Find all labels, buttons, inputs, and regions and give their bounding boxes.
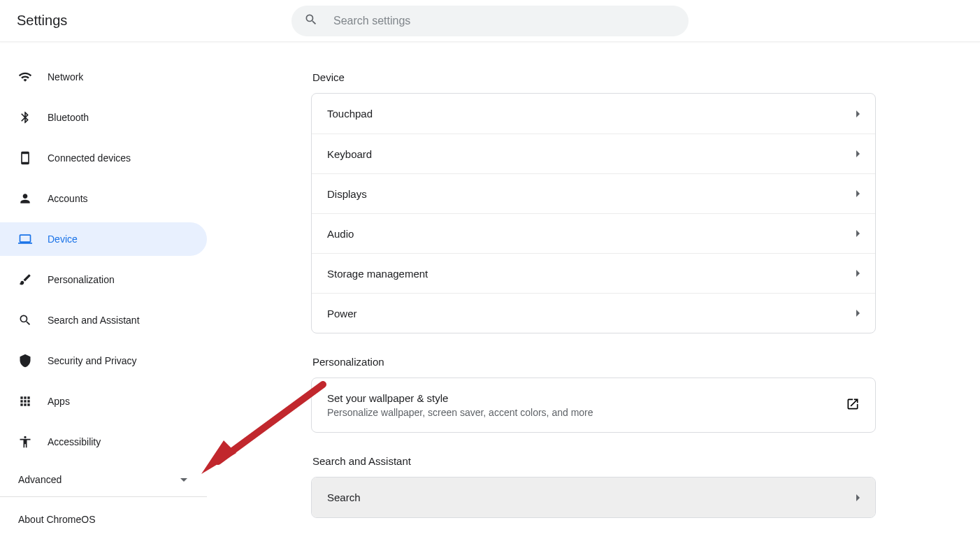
row-secondary: Personalize wallpaper, screen saver, acc… [327,407,593,418]
sidebar: Network Bluetooth Connected devices Acco… [0,42,207,539]
search-icon [304,13,318,29]
about-label: About ChromeOS [18,514,96,525]
sidebar-item-label: Search and Assistant [48,315,140,326]
search-icon [18,313,32,327]
row-storage[interactable]: Storage management [312,253,875,293]
sidebar-item-label: Bluetooth [48,112,89,123]
sidebar-item-label: Connected devices [48,152,131,164]
sidebar-item-connected-devices[interactable]: Connected devices [0,141,207,175]
row-label: Keyboard [327,148,372,160]
sidebar-item-label: Personalization [48,274,115,285]
sidebar-item-network[interactable]: Network [0,60,207,94]
chevron-right-icon [856,270,860,277]
search-input[interactable] [333,15,676,27]
section-title-device: Device [312,71,876,83]
page-title: Settings [17,13,67,29]
sidebar-item-accessibility[interactable]: Accessibility [0,425,207,459]
sidebar-item-security-privacy[interactable]: Security and Privacy [0,344,207,378]
chevron-right-icon [856,230,860,237]
sidebar-item-label: Security and Privacy [48,355,137,366]
row-wallpaper-style[interactable]: Set your wallpaper & style Personalize w… [312,378,875,432]
advanced-label: Advanced [18,474,62,485]
header: Settings [0,0,980,42]
section-title-personalization: Personalization [312,356,876,368]
sidebar-advanced-toggle[interactable]: Advanced [0,463,207,496]
sidebar-item-personalization[interactable]: Personalization [0,263,207,296]
section-title-search-assistant: Search and Assistant [312,455,876,467]
bluetooth-icon [18,110,32,124]
brush-icon [18,273,32,287]
row-label: Touchpad [327,108,373,120]
sidebar-item-about[interactable]: About ChromeOS [0,503,207,536]
search-field[interactable] [291,6,689,36]
apps-icon [18,394,32,408]
row-label: Displays [327,188,367,200]
sidebar-item-bluetooth[interactable]: Bluetooth [0,101,207,134]
row-label: Audio [327,228,354,240]
sidebar-item-label: Accounts [48,193,88,204]
row-touchpad[interactable]: Touchpad [312,94,875,134]
sidebar-item-device[interactable]: Device [0,222,207,256]
chevron-right-icon [856,150,860,157]
devices-icon [18,151,32,165]
sidebar-item-search-assistant[interactable]: Search and Assistant [0,303,207,337]
row-search[interactable]: Search [312,477,875,517]
chevron-down-icon [180,478,187,482]
row-label: Storage management [327,268,428,280]
sidebar-item-label: Network [48,71,83,82]
sidebar-item-label: Accessibility [48,436,101,447]
sidebar-item-label: Device [48,233,78,245]
laptop-icon [18,232,32,246]
content-area: Device Touchpad Keyboard Displays Audio [207,42,980,539]
row-power[interactable]: Power [312,293,875,333]
sidebar-item-accounts[interactable]: Accounts [0,182,207,215]
accessibility-icon [18,435,32,449]
divider [0,496,207,497]
device-card: Touchpad Keyboard Displays Audio Storage… [311,93,876,333]
chevron-right-icon [856,310,860,317]
chevron-right-icon [856,110,860,117]
row-displays[interactable]: Displays [312,173,875,213]
personalization-card: Set your wallpaper & style Personalize w… [311,378,876,433]
sidebar-item-label: Apps [48,396,70,407]
person-icon [18,192,32,206]
search-assistant-card: Search [311,477,876,518]
row-keyboard[interactable]: Keyboard [312,134,875,173]
row-audio[interactable]: Audio [312,213,875,253]
row-label: Power [327,308,357,319]
row-primary: Set your wallpaper & style [327,392,593,404]
chevron-right-icon [856,190,860,197]
open-external-icon [846,397,860,414]
shield-icon [18,354,32,368]
chevron-right-icon [856,494,860,501]
row-label: Search [327,491,361,503]
sidebar-item-apps[interactable]: Apps [0,385,207,418]
network-wifi-icon [18,70,32,84]
